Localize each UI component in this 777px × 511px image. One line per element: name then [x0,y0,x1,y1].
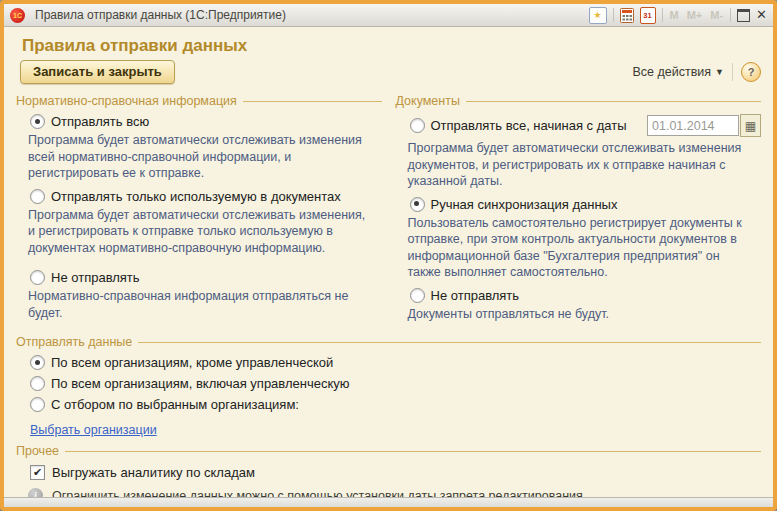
app-logo-icon: 1С [10,8,25,23]
group-line [243,101,382,102]
close-button[interactable]: ✕ [756,8,767,22]
radio-nsi-send-all[interactable]: Отправлять всю [30,114,382,129]
toolbar-separator [732,63,733,81]
titlebar-separator [662,8,663,22]
radio-all-orgs-except-management[interactable]: По всем организациям, кроме управленческ… [30,355,761,370]
maximize-button[interactable] [737,9,750,22]
titlebar-buttons: ★ 31 M M+ M- ✕ [589,7,768,24]
radio-icon[interactable] [30,355,45,370]
all-actions-button[interactable]: Все действия ▼ [632,65,724,79]
titlebar-separator [613,8,614,22]
chevron-down-icon: ▼ [715,67,724,77]
page-title: Правила отправки данных [22,36,763,56]
radio-nsi-dont-send-description: Нормативно-справочная информация отправл… [28,288,372,321]
choose-organizations-link[interactable]: Выбрать организации [30,423,157,437]
group-documents: Документы Отправлять все, начиная с даты… [396,90,762,329]
radio-docs-dont-send[interactable]: Не отправлять [410,288,762,303]
radio-all-orgs-including-management[interactable]: По всем организациям, включая управленче… [30,376,761,391]
radio-icon[interactable] [30,114,45,129]
app-window: 1С Правила отправки данных (1С:Предприят… [0,0,777,511]
start-date-input[interactable] [647,115,739,136]
window-title: Правила отправки данных (1С:Предприятие) [31,8,583,22]
group-line [65,451,761,452]
toolbar-right: Все действия ▼ ? [632,62,761,82]
radio-icon[interactable] [410,288,425,303]
toolbar: Записать и закрыть Все действия ▼ ? [20,60,761,84]
group-nsi: Нормативно-справочная информация Отправл… [16,90,382,328]
radio-icon[interactable] [30,397,45,412]
form-content: Правила отправки данных Записать и закры… [4,36,773,511]
radio-nsi-send-used-description: Программа будет автоматически отслеживат… [28,207,372,257]
titlebar-separator [730,8,731,22]
group-line [138,342,761,343]
group-documents-header: Документы [396,94,762,108]
group-send-data-header: Отправлять данные [16,335,761,349]
group-documents-title: Документы [396,94,460,108]
memory-m-plus-button[interactable]: M+ [686,9,704,21]
group-line [466,101,761,102]
all-actions-label: Все действия [632,65,711,79]
radio-icon[interactable] [410,118,425,133]
radio-nsi-send-used[interactable]: Отправлять только используемую в докумен… [30,189,382,204]
date-field-group: ▦ [647,114,761,137]
radio-selected-orgs[interactable]: С отбором по выбранным организациям: [30,397,761,412]
group-send-data-title: Отправлять данные [16,335,132,349]
group-nsi-header: Нормативно-справочная информация [16,94,382,108]
radio-docs-send-from-date-description: Программа будет автоматически отслеживат… [408,140,752,190]
group-other-title: Прочее [16,444,59,458]
window-titlebar: 1С Правила отправки данных (1С:Предприят… [4,4,773,27]
radio-icon[interactable] [30,270,45,285]
checkbox-export-warehouse-analytics[interactable]: ✔ Выгружать аналитику по складам [30,465,761,480]
checkbox-icon[interactable]: ✔ [30,465,45,480]
radio-docs-manual-sync-description: Пользователь самостоятельно регистрирует… [408,215,752,281]
group-nsi-title: Нормативно-справочная информация [16,94,237,108]
radio-docs-manual-sync[interactable]: Ручная синхронизация данных [410,197,762,212]
date-picker-icon[interactable]: ▦ [740,114,761,137]
window-bottom-edge [4,497,773,507]
memory-m-minus-button[interactable]: M- [709,9,724,21]
help-button[interactable]: ? [741,62,761,82]
favorites-icon[interactable]: ★ [589,7,607,24]
radio-docs-dont-send-description: Документы отправляться не будут. [408,306,752,323]
calendar-icon[interactable]: 31 [640,7,656,24]
radio-nsi-send-all-description: Программа будет автоматически отслеживат… [28,132,372,182]
radio-icon[interactable] [410,197,425,212]
group-send-data: Отправлять данные По всем организациям, … [16,335,761,438]
radio-docs-send-from-date[interactable]: Отправлять все, начиная с даты ▦ [410,114,762,137]
calculator-icon[interactable] [620,8,634,23]
save-and-close-button[interactable]: Записать и закрыть [20,60,175,84]
radio-icon[interactable] [30,376,45,391]
radio-icon[interactable] [30,189,45,204]
radio-nsi-dont-send[interactable]: Не отправлять [30,270,382,285]
group-other-header: Прочее [16,444,761,458]
memory-m-button[interactable]: M [669,9,680,21]
